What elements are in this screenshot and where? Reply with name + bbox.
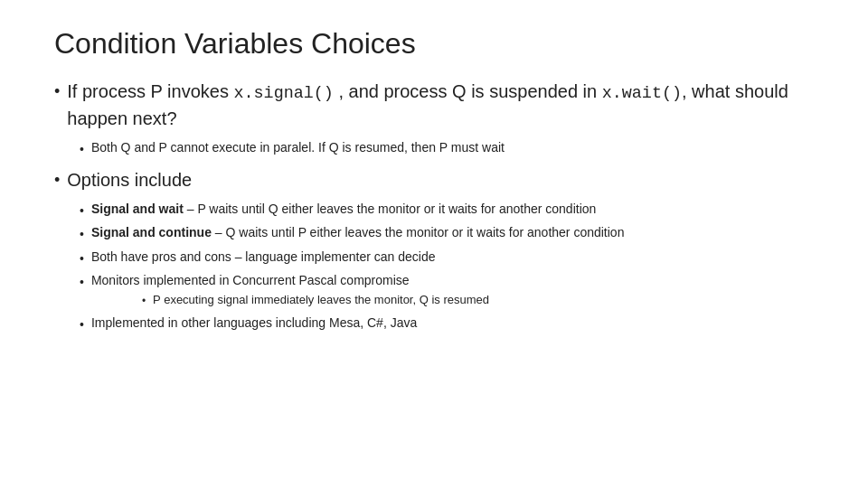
bullet-2-sub-2-bold: Signal and continue: [91, 225, 212, 239]
bullet-1-sub-1: • Both Q and P cannot execute in paralel…: [80, 138, 814, 158]
slide-title: Condition Variables Choices: [54, 27, 814, 61]
bullet-2-marker: •: [54, 168, 60, 192]
bullet-2-sub-4-sub-1: • P executing signal immediately leaves …: [142, 292, 489, 309]
bullet-1-text: If process P invokes x.signal() , and pr…: [67, 79, 814, 131]
bullet-2-sub-4-main-text: Monitors implemented in Concurrent Pasca…: [91, 273, 410, 287]
bullet-2-sub-3: • Both have pros and cons – language imp…: [80, 248, 814, 267]
bullet-1-sub-1-marker: •: [80, 140, 84, 158]
bullet-2-sub-5-text: Implemented in other languages including…: [91, 314, 417, 332]
bullet-2-sub-4-marker: •: [80, 273, 84, 291]
bullet-2-sub-2-marker: •: [80, 225, 84, 243]
bullet-2-sub-1-marker: •: [80, 202, 84, 220]
bullet-1-text-before-code1: If process P invokes: [67, 81, 233, 101]
bullet-2-sub-4-subbullets: • P executing signal immediately leaves …: [91, 292, 489, 309]
bullet-2-sub-1-bold: Signal and wait: [91, 202, 184, 216]
bullet-1-section: • If process P invokes x.signal() , and …: [54, 79, 814, 158]
bullet-2-sub-2-text: Signal and continue – Q waits until P ei…: [91, 223, 625, 241]
bullet-2-sub-1-rest: – P waits until Q either leaves the moni…: [184, 202, 597, 216]
bullet-1-sub-1-text: Both Q and P cannot execute in paralel. …: [91, 138, 505, 156]
bullet-2-sub-4-text: Monitors implemented in Concurrent Pasca…: [91, 271, 489, 310]
bullet-1-code1: x.signal(): [233, 84, 333, 103]
bullet-2: • Options include: [54, 167, 814, 192]
bullet-2-sub-2-rest: – Q waits until P either leaves the moni…: [212, 225, 625, 239]
bullet-2-sub-2: • Signal and continue – Q waits until P …: [80, 223, 814, 243]
bullet-1-text-between: , and process Q is suspended in: [334, 81, 602, 101]
bullet-2-sub-4-sub-1-text: P executing signal immediately leaves th…: [153, 292, 489, 309]
bullet-2-sub-1-text: Signal and wait – P waits until Q either…: [91, 200, 596, 218]
bullet-2-sub-5-marker: •: [80, 315, 84, 333]
bullet-1-marker: •: [54, 80, 60, 103]
slide: Condition Variables Choices • If process…: [0, 0, 868, 488]
bullet-2-section: • Options include • Signal and wait – P …: [54, 167, 814, 333]
bullet-1-subbullets: • Both Q and P cannot execute in paralel…: [54, 138, 814, 158]
bullet-2-sub-3-marker: •: [80, 249, 84, 267]
bullet-1: • If process P invokes x.signal() , and …: [54, 79, 814, 131]
bullet-2-sub-4: • Monitors implemented in Concurrent Pas…: [80, 271, 814, 310]
bullet-1-code2: x.wait(): [602, 84, 682, 103]
bullet-2-sub-3-text: Both have pros and cons – language imple…: [91, 248, 436, 266]
bullet-2-sub-5: • Implemented in other languages includi…: [80, 314, 814, 333]
slide-content: • If process P invokes x.signal() , and …: [54, 79, 814, 343]
bullet-2-sub-1: • Signal and wait – P waits until Q eith…: [80, 200, 814, 220]
bullet-2-text: Options include: [67, 167, 192, 192]
bullet-2-sub-4-sub-1-marker: •: [142, 294, 146, 309]
bullet-2-subbullets: • Signal and wait – P waits until Q eith…: [54, 200, 814, 333]
